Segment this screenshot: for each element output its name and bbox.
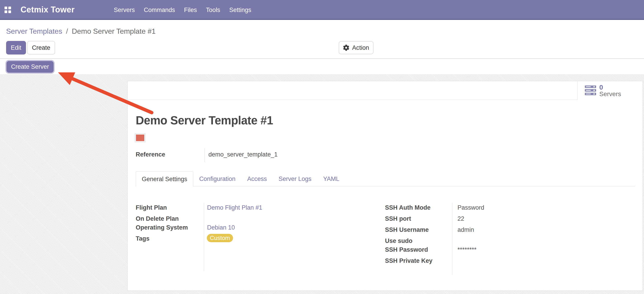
ssh-port-value: 22: [458, 215, 464, 222]
button-box: 0 Servers: [128, 81, 643, 100]
color-swatch: [135, 133, 146, 142]
ssh-port-label: SSH port: [385, 215, 411, 222]
menu-item-servers[interactable]: Servers: [114, 7, 135, 14]
stat-text: 0 Servers: [599, 84, 621, 97]
servers-label: Servers: [599, 91, 621, 97]
breadcrumb: Server Templates / Demo Server Template …: [6, 27, 156, 36]
reference-label: Reference: [136, 151, 165, 158]
tabs: General Settings Configuration Access Se…: [136, 172, 345, 186]
content-area: 0 Servers Demo Server Template #1 Refere…: [0, 74, 644, 294]
status-button-row: Create Server: [0, 59, 644, 74]
main-menu: Servers Commands Files Tools Settings: [114, 0, 251, 20]
flight-plan-label: Flight Plan: [136, 204, 167, 211]
ssh-auth-mode-value: Password: [458, 204, 484, 211]
tab-configuration[interactable]: Configuration: [193, 172, 242, 186]
screen: Cetmix Tower Servers Commands Files Tool…: [0, 0, 644, 294]
control-panel: Server Templates / Demo Server Template …: [0, 21, 644, 58]
tags-label: Tags: [136, 235, 150, 242]
apps-grid-icon[interactable]: [4, 7, 11, 13]
right-column-separator: [452, 203, 452, 275]
app-title[interactable]: Cetmix Tower: [20, 5, 74, 15]
record-title: Demo Server Template #1: [136, 114, 273, 127]
color-swatch-fill: [136, 134, 144, 141]
ssh-username-label: SSH Username: [385, 226, 429, 233]
top-navbar: Cetmix Tower Servers Commands Files Tool…: [0, 0, 644, 20]
breadcrumb-separator: /: [64, 27, 70, 35]
operating-system-label: Operating System: [136, 224, 188, 231]
menu-item-files[interactable]: Files: [184, 7, 197, 14]
reference-separator: [204, 148, 204, 162]
servers-count: 0: [599, 84, 621, 91]
gear-icon: [343, 45, 349, 51]
left-column-separator: [204, 203, 204, 271]
menu-item-tools[interactable]: Tools: [206, 7, 220, 14]
operating-system-link[interactable]: Debian 10: [207, 224, 235, 231]
ssh-username-value: admin: [458, 226, 474, 233]
create-server-button[interactable]: Create Server: [6, 61, 54, 73]
ssh-password-value: ********: [458, 246, 476, 253]
breadcrumb-current: Demo Server Template #1: [72, 27, 156, 35]
reference-value: demo_server_template_1: [208, 151, 278, 158]
tab-access[interactable]: Access: [242, 172, 273, 186]
flight-plan-link[interactable]: Demo Flight Plan #1: [207, 204, 262, 211]
servers-stat-button[interactable]: 0 Servers: [578, 81, 643, 100]
create-button[interactable]: Create: [27, 41, 55, 55]
record-card: 0 Servers Demo Server Template #1 Refere…: [127, 81, 643, 291]
ssh-private-key-label: SSH Private Key: [385, 257, 432, 264]
tab-server-logs[interactable]: Server Logs: [273, 172, 318, 186]
use-sudo-label: Use sudo: [385, 237, 412, 244]
action-button-label: Action: [352, 44, 369, 51]
server-stack-icon: [585, 85, 596, 95]
action-button[interactable]: Action: [339, 41, 374, 54]
tab-yaml[interactable]: YAML: [317, 172, 345, 186]
tab-general-settings[interactable]: General Settings: [136, 172, 193, 187]
menu-item-settings[interactable]: Settings: [229, 7, 251, 14]
on-delete-plan-label: On Delete Plan: [136, 215, 179, 222]
ssh-password-label: SSH Password: [385, 246, 428, 253]
breadcrumb-parent-link[interactable]: Server Templates: [6, 27, 62, 35]
ssh-auth-mode-label: SSH Auth Mode: [385, 204, 430, 211]
tag-badge-custom: Custom: [207, 234, 233, 242]
edit-button[interactable]: Edit: [6, 41, 26, 55]
menu-item-commands[interactable]: Commands: [144, 7, 175, 14]
